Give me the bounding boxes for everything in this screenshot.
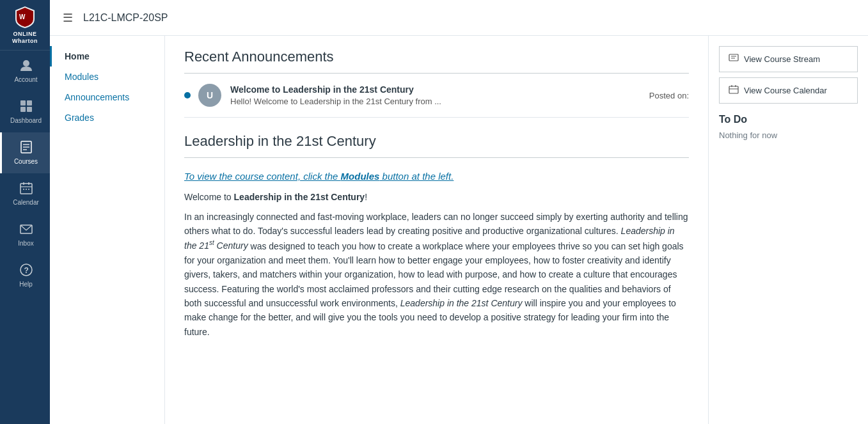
course-section-divider: [184, 157, 689, 158]
sidebar-item-inbox-label: Inbox: [18, 240, 33, 247]
sidebar-item-courses-label: Courses: [14, 158, 38, 166]
left-nav-item-home[interactable]: Home: [50, 46, 164, 67]
dashboard-icon: [19, 99, 33, 115]
sidebar-item-account[interactable]: Account: [0, 51, 50, 91]
avatar: U: [198, 84, 221, 107]
sidebar-logo: W ONLINE Wharton: [0, 0, 50, 51]
left-nav-item-modules[interactable]: Modules: [50, 67, 164, 87]
announcements-title: Recent Announcements: [184, 49, 689, 65]
sidebar: W ONLINE Wharton Account Dashboard: [0, 0, 50, 424]
left-nav: Home Modules Announcements Grades: [50, 36, 165, 424]
view-course-calendar-button[interactable]: View Course Calendar: [719, 77, 858, 104]
course-id-header: L21C-LMCP-20SP: [83, 12, 168, 24]
todo-empty-message: Nothing for now: [719, 130, 858, 140]
svg-point-15: [26, 189, 27, 190]
view-course-stream-button[interactable]: View Course Stream: [719, 46, 858, 72]
sidebar-item-help[interactable]: ? Help: [0, 255, 50, 296]
svg-rect-3: [27, 100, 32, 106]
svg-point-16: [28, 189, 29, 190]
svg-rect-20: [729, 54, 738, 61]
svg-text:W: W: [19, 13, 26, 20]
wharton-shield-icon: W: [13, 5, 37, 29]
help-icon: ?: [19, 263, 33, 279]
todo-section: To Do Nothing for now: [719, 114, 858, 140]
right-panel: View Course Stream View Course Calendar …: [708, 36, 868, 424]
left-nav-item-grades[interactable]: Grades: [50, 107, 164, 128]
sidebar-item-inbox[interactable]: Inbox: [0, 214, 50, 255]
sidebar-item-courses[interactable]: Courses: [0, 132, 50, 173]
view-course-stream-label: View Course Stream: [744, 54, 820, 64]
inbox-icon: [19, 222, 33, 238]
announcement-content: Welcome to Leadership in the 21st Centur…: [230, 84, 636, 106]
sidebar-item-dashboard[interactable]: Dashboard: [0, 91, 50, 132]
svg-point-1: [23, 60, 29, 67]
sidebar-item-calendar-label: Calendar: [13, 199, 39, 207]
announcement-preview: Hello! Welcome to Leadership in the 21st…: [230, 97, 636, 106]
svg-rect-4: [20, 107, 26, 112]
unread-indicator: [184, 92, 191, 98]
account-icon: [19, 58, 33, 74]
hamburger-menu-icon[interactable]: ☰: [63, 11, 73, 25]
view-course-calendar-label: View Course Calendar: [744, 86, 827, 95]
course-section-title: Leadership in the 21st Century: [184, 133, 689, 150]
stream-icon: [729, 53, 739, 65]
svg-rect-23: [729, 86, 738, 93]
top-header: ☰ L21C-LMCP-20SP: [50, 0, 868, 36]
svg-text:?: ?: [24, 265, 28, 274]
announcement-title[interactable]: Welcome to Leadership in the 21st Centur…: [230, 84, 636, 95]
modules-link[interactable]: To view the course content, click the Mo…: [184, 171, 689, 182]
body-paragraph: In an increasingly connected and fast-mo…: [184, 210, 689, 339]
sidebar-item-dashboard-label: Dashboard: [10, 117, 42, 125]
sidebar-item-calendar[interactable]: Calendar: [0, 173, 50, 214]
main-content: Recent Announcements U Welcome to Leader…: [165, 36, 708, 424]
posted-on-label: Posted on:: [649, 91, 689, 100]
courses-icon: [19, 140, 33, 156]
calendar-btn-icon: [729, 84, 739, 97]
sidebar-item-help-label: Help: [19, 281, 33, 288]
sidebar-item-account-label: Account: [14, 76, 37, 84]
content-area: Home Modules Announcements Grades Recent…: [50, 36, 868, 424]
todo-title: To Do: [719, 114, 858, 125]
svg-rect-2: [20, 100, 26, 106]
welcome-paragraph: Welcome to Leadership in the 21st Centur…: [184, 192, 689, 202]
main-container: ☰ L21C-LMCP-20SP Home Modules Announceme…: [50, 0, 868, 424]
announcement-row: U Welcome to Leadership in the 21st Cent…: [184, 74, 689, 118]
svg-point-14: [23, 189, 24, 190]
calendar-icon: [19, 181, 33, 197]
logo-text: ONLINE Wharton: [12, 31, 38, 45]
svg-rect-5: [27, 107, 32, 112]
left-nav-item-announcements[interactable]: Announcements: [50, 87, 164, 107]
